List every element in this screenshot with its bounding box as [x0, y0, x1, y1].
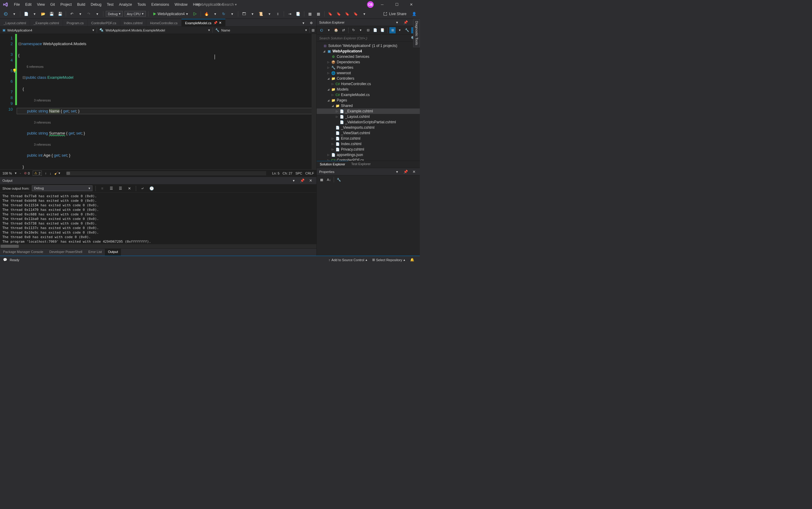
dropdown-icon[interactable]: ▾: [212, 11, 219, 17]
categorized-icon[interactable]: ▦: [319, 177, 325, 183]
split-icon[interactable]: ⊞: [310, 27, 317, 34]
panel-dropdown-icon[interactable]: ▾: [394, 168, 400, 175]
file-icon[interactable]: 📑: [295, 11, 301, 17]
menu-edit[interactable]: Edit: [23, 1, 34, 8]
tree-example-cshtml[interactable]: ▷📄_Example.cshtml: [317, 108, 420, 114]
btab-powershell[interactable]: Developer PowerShell: [46, 249, 86, 256]
dropdown-icon[interactable]: ▾: [249, 11, 256, 17]
maximize-button[interactable]: ☐: [391, 0, 403, 9]
dropdown-icon[interactable]: ▾: [397, 27, 403, 33]
tree-shared[interactable]: ◢📁Shared: [317, 103, 420, 108]
dropdown-icon[interactable]: ▾: [229, 11, 235, 17]
menu-project[interactable]: Project: [58, 1, 74, 8]
notifications-icon[interactable]: 🔔: [408, 258, 417, 262]
tab-layout[interactable]: _Layout.cshtml: [0, 20, 30, 26]
ptab-solution[interactable]: Solution Explorer: [317, 161, 348, 168]
save-all-icon[interactable]: 💾: [57, 11, 63, 17]
diagnostics-tab[interactable]: Diagnostic Tools: [413, 19, 420, 47]
copy-icon[interactable]: 📑: [380, 27, 386, 33]
tree-appsettings[interactable]: ▷📄appsettings.json: [317, 152, 420, 158]
tree-pages[interactable]: ◢📁Pages: [317, 98, 420, 103]
browse-icon[interactable]: 🗔: [241, 11, 247, 17]
tree-props[interactable]: ▷🔧Properties: [317, 65, 420, 70]
tabs-settings-icon[interactable]: ✲: [308, 20, 315, 26]
collapse-icon[interactable]: ⊟: [23, 75, 26, 80]
scrollbar-h[interactable]: [66, 171, 266, 175]
tree-project[interactable]: ◢▣WebApplication4: [317, 48, 420, 54]
dropdown-icon[interactable]: ▾: [94, 11, 101, 17]
output-source-dropdown[interactable]: Debug▾: [32, 185, 92, 191]
tree-homecontroller[interactable]: ▷C#HomeController.cs: [317, 81, 420, 87]
tree-privacy-cshtml[interactable]: ▷📄Privacy.cshtml: [317, 147, 420, 152]
menu-file[interactable]: File: [11, 1, 22, 8]
pin-icon[interactable]: 📌: [214, 21, 218, 25]
open-icon[interactable]: 📂: [40, 11, 46, 17]
account-icon[interactable]: 👤: [411, 11, 417, 17]
prev-icon[interactable]: ☰: [108, 185, 115, 192]
btab-output[interactable]: Output: [105, 249, 121, 256]
dropdown-icon[interactable]: ▾: [266, 11, 273, 17]
lightbulb-icon[interactable]: 💡: [12, 68, 17, 74]
menu-view[interactable]: View: [35, 1, 47, 8]
indent-mode[interactable]: SPC: [295, 171, 302, 175]
goto-icon[interactable]: ≡: [99, 185, 105, 192]
tree-connected[interactable]: ⚙Connected Services: [317, 54, 420, 59]
close-panel-icon[interactable]: ✕: [411, 168, 417, 175]
tab-examplemodel[interactable]: ExampleModel.cs 📌✕: [182, 19, 226, 27]
back-icon[interactable]: [319, 27, 325, 33]
down-icon[interactable]: ↓: [50, 171, 52, 175]
view-icon[interactable]: ⊞: [389, 27, 395, 33]
menu-window[interactable]: Window: [172, 1, 190, 8]
line-ending[interactable]: CRLF: [305, 171, 314, 175]
nav-class-dropdown[interactable]: 🔩 WebApplication4.Models.ExampleModel▾: [97, 28, 213, 33]
properties-icon[interactable]: 🔧: [404, 27, 410, 33]
tab-example-cshtml[interactable]: _Example.cshtml: [30, 20, 63, 26]
run-without-debug-icon[interactable]: [192, 11, 198, 17]
step-icon[interactable]: ⇥: [286, 11, 293, 17]
tree-validation-cshtml[interactable]: 📄_ValidationScriptsPartial.cshtml: [317, 120, 420, 125]
ptab-test[interactable]: Test Explorer: [348, 161, 374, 168]
menu-test[interactable]: Test: [104, 1, 116, 8]
timestamp-icon[interactable]: 🕐: [148, 185, 155, 192]
refresh-icon[interactable]: ↻: [350, 27, 356, 33]
next-icon[interactable]: ☰: [117, 185, 124, 192]
dropdown-icon[interactable]: ▾: [11, 11, 18, 17]
align-icon[interactable]: ⫴: [274, 11, 281, 17]
close-tab-icon[interactable]: ✕: [219, 21, 222, 25]
menu-git[interactable]: Git: [48, 1, 57, 8]
tree-controllers[interactable]: ◢📁Controllers: [317, 76, 420, 81]
live-share-button[interactable]: Live Share: [381, 11, 409, 17]
source-control-button[interactable]: ↑ Add to Source Control ▴: [326, 258, 370, 262]
error-count[interactable]: 0: [28, 171, 30, 175]
alphabetical-icon[interactable]: A↓: [326, 177, 332, 183]
wrap-icon[interactable]: ⤶: [139, 185, 146, 192]
tree-index-cshtml[interactable]: ▷📄Index.cshtml: [317, 141, 420, 147]
tabs-dropdown-icon[interactable]: ▾: [300, 20, 307, 26]
codelens-refs[interactable]: 3 references: [17, 98, 312, 102]
menu-tools[interactable]: Tools: [135, 1, 148, 8]
warning-count[interactable]: 2: [38, 171, 40, 175]
clean-icon[interactable]: 🧹▾: [54, 171, 60, 175]
config-dropdown[interactable]: Debug▾: [106, 11, 123, 17]
output-text[interactable]: The thread 0x77a8 has exited with code 0…: [0, 193, 317, 244]
home-icon[interactable]: 🏠: [333, 27, 339, 33]
btab-pmc[interactable]: Package Manager Console: [0, 249, 46, 256]
tab-controllerpdf[interactable]: ControllerPDF.cs: [88, 20, 120, 26]
sync-icon[interactable]: ⇄: [340, 27, 347, 33]
menu-build[interactable]: Build: [75, 1, 88, 8]
bookmark-clear-icon[interactable]: 🔖: [353, 11, 359, 17]
collapse-icon[interactable]: ⊟: [18, 41, 22, 46]
undo-icon[interactable]: ↶: [68, 11, 75, 17]
hot-reload-icon[interactable]: 🔥: [203, 11, 210, 17]
indent-icon[interactable]: ▦: [307, 11, 314, 17]
tab-homecontroller[interactable]: HomeController.cs: [147, 20, 181, 26]
bookmark-icon[interactable]: 🔖: [327, 11, 334, 17]
btab-errorlist[interactable]: Error List: [86, 249, 105, 256]
save-icon[interactable]: 💾: [48, 11, 55, 17]
pin-icon[interactable]: 📌: [402, 19, 409, 26]
user-avatar[interactable]: CB: [367, 1, 374, 8]
menu-analyze[interactable]: Analyze: [117, 1, 135, 8]
new-item-icon[interactable]: 📄: [23, 11, 29, 17]
collapse-all-icon[interactable]: ⊟: [365, 27, 371, 33]
platform-dropdown[interactable]: Any CPU▾: [125, 11, 145, 17]
